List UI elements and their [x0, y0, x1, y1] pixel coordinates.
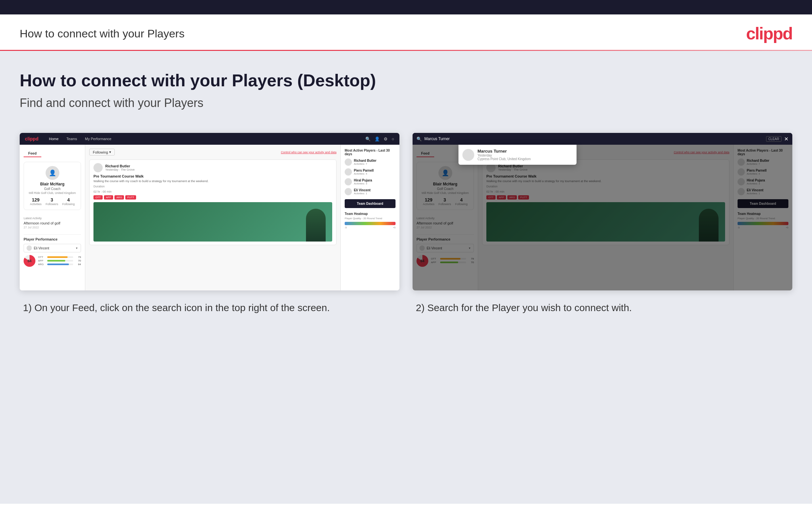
tag-arg: ARG — [114, 195, 124, 200]
search-input-overlay[interactable]: Marcus Turner — [424, 136, 763, 141]
duration-label: Duration — [93, 185, 105, 188]
search-dropdown: Marcus Turner Yesterday Cypress Point Cl… — [459, 145, 577, 165]
player-avatar-1 — [345, 168, 352, 176]
player-info-1: Piers Parnell Activities: 4 — [354, 169, 395, 175]
caption-2: 2) Search for the Player you wish to con… — [413, 301, 792, 315]
player-act-1: Activities: 4 — [354, 172, 395, 175]
player-act-0: Activities: 7 — [354, 162, 395, 165]
tpq-row-2: 84 OTT 79 — [417, 255, 474, 267]
tag-putt: PUTT — [125, 195, 136, 200]
tpq-bars-1: OTT 79 APP — [38, 256, 81, 266]
screenshot-2: clippd Home Teams My Performance 🔍 👤 ⚙ ○ — [413, 133, 792, 290]
tpq-num-arg: 84 — [75, 263, 81, 266]
activity-desc-1: Walking the course with my coach to buil… — [93, 179, 332, 183]
heatmap-scale-1: -5 +5 — [345, 226, 395, 229]
app-content-2-bg: Feed 👤 Blair McHarg Golf Coach Mill Ride… — [413, 145, 792, 290]
player-avatar-0 — [345, 159, 352, 166]
player-list-1: Richard Butler Activities: 7 Piers Parne… — [345, 159, 395, 195]
search-icon-nav[interactable]: 🔍 — [365, 136, 371, 141]
tpq-fill-ott — [47, 256, 67, 258]
search-bar-overlay: 🔍 Marcus Turner CLEAR ✕ — [413, 133, 792, 145]
main-subheading: Find and connect with your Players — [20, 96, 792, 110]
nav-myperformance-1: My Performance — [85, 137, 111, 141]
profile-location-1: Mill Ride Golf Club, United Kingdom — [28, 191, 77, 195]
tpq-track-ott — [47, 256, 73, 258]
stat-following-label: Following — [62, 203, 75, 206]
player-selector-name-1: Eli Vincent — [34, 247, 74, 250]
map-title-1: Most Active Players - Last 30 days — [345, 149, 395, 156]
profile-name-2: Blair McHarg — [421, 182, 470, 186]
tpq-bar-ott: OTT 79 — [38, 256, 81, 259]
activity-header-1: Richard Butler Yesterday · The Grove — [93, 163, 332, 172]
player-selector-avatar-1 — [27, 246, 32, 251]
player-selector-1[interactable]: Eli Vincent ▼ — [23, 244, 81, 252]
tag-ott: OTT — [93, 195, 103, 200]
profile-stats-1: 129 Activities 3 Followers 4 — [28, 197, 77, 206]
feed-tab-1[interactable]: Feed — [23, 150, 41, 157]
heatmap-min: -5 — [345, 226, 347, 229]
tpq-circle-1: 84 — [23, 255, 36, 267]
activity-image-1 — [93, 202, 332, 242]
chevron-down-icon: ▼ — [76, 247, 78, 250]
app-right-1: Most Active Players - Last 30 days Richa… — [340, 145, 399, 290]
player-list-item-2: Hiral Pujara Activities: 3 — [345, 178, 395, 185]
activity-title-1: Pre Tournament Course Walk — [93, 174, 332, 178]
nav-teams-1: Teams — [66, 137, 77, 141]
activity-image-2 — [486, 202, 725, 242]
player-info-0: Richard Butler Activities: 7 — [354, 159, 395, 165]
profile-stats-2: 129 Activities 3 Followers 4 — [421, 197, 470, 206]
activity-tags-1: OTT APP ARG PUTT — [93, 195, 332, 200]
nav-home-1: Home — [49, 137, 58, 141]
nav-icons-1: 🔍 👤 ⚙ ○ — [365, 136, 394, 141]
player-act-3: Activities: 1 — [354, 192, 395, 195]
feed-tab-2: Feed — [417, 150, 434, 157]
search-clear-btn[interactable]: CLEAR — [766, 136, 781, 142]
app-mockup-1: clippd Home Teams My Performance 🔍 👤 ⚙ ○ — [20, 133, 399, 290]
player-selector-2: Eli Vincent ▼ — [417, 244, 474, 252]
search-result-info: Marcus Turner Yesterday Cypress Point Cl… — [477, 149, 531, 161]
player-name-0: Richard Butler — [354, 159, 395, 162]
search-result-detail1: Yesterday — [477, 154, 531, 157]
stat-followers-num: 3 — [46, 197, 58, 203]
profile-avatar-1: 👤 — [46, 166, 59, 180]
tpq-label-arg: ARG — [38, 263, 46, 266]
tpq-num-app: 70 — [75, 259, 81, 262]
latest-activity-name-1: Afternoon round of golf — [23, 221, 81, 225]
tpq-track-app — [47, 260, 73, 261]
footer: Copyright Clippd 2022 — [0, 504, 812, 508]
player-avatar-3 — [345, 188, 352, 195]
following-row-1: Following ▾ Control who can see your act… — [89, 149, 336, 156]
stat-followers: 3 Followers — [46, 197, 58, 206]
activity-avatar-1 — [93, 163, 103, 172]
caption-2-number: 2) — [416, 302, 425, 313]
stat-followers-label: Followers — [46, 203, 58, 206]
search-close-btn[interactable]: ✕ — [784, 136, 789, 142]
player-act-2: Activities: 3 — [354, 182, 395, 185]
caption-1-number: 1) — [23, 302, 32, 313]
activity-user-info: Richard Butler Yesterday · The Grove — [105, 164, 135, 171]
search-result-item[interactable]: Marcus Turner Yesterday Cypress Point Cl… — [463, 149, 573, 161]
stat-following-2: 4 Following — [455, 197, 468, 206]
control-link-1[interactable]: Control who can see your activity and da… — [281, 151, 336, 154]
logo: clippd — [746, 24, 792, 43]
app-content-1: Feed 👤 Blair McHarg Golf Coach Mill Ride… — [20, 145, 399, 290]
profile-card-1: 👤 Blair McHarg Golf Coach Mill Ride Golf… — [23, 162, 81, 210]
heatmap-max: +5 — [393, 226, 395, 229]
following-btn-1[interactable]: Following ▾ — [89, 149, 115, 156]
header: How to connect with your Players clippd — [0, 14, 812, 50]
screenshot-1: clippd Home Teams My Performance 🔍 👤 ⚙ ○ — [20, 133, 399, 290]
player-list-item-1: Piers Parnell Activities: 4 — [345, 168, 395, 176]
player-perf-title-1: Player Performance — [23, 237, 81, 241]
settings-icon-nav[interactable]: ⚙ — [384, 136, 388, 141]
user-icon-nav[interactable]: 👤 — [375, 136, 380, 141]
player-perf-1: Player Performance Eli Vincent ▼ 84 — [23, 234, 81, 271]
tpq-label-app: APP — [38, 259, 46, 262]
player-name-1: Piers Parnell — [354, 169, 395, 172]
stat-following-num: 4 — [62, 197, 75, 203]
caption-1-text: On your Feed, click on the search icon i… — [35, 302, 330, 313]
avatar-nav[interactable]: ○ — [392, 136, 394, 141]
activity-user-name-1: Richard Butler — [105, 164, 135, 168]
team-dashboard-btn-1[interactable]: Team Dashboard — [345, 199, 395, 208]
activity-card-2: Richard Butler Yesterday · The Grove Pre… — [482, 160, 729, 245]
search-icon-overlay: 🔍 — [417, 136, 422, 141]
